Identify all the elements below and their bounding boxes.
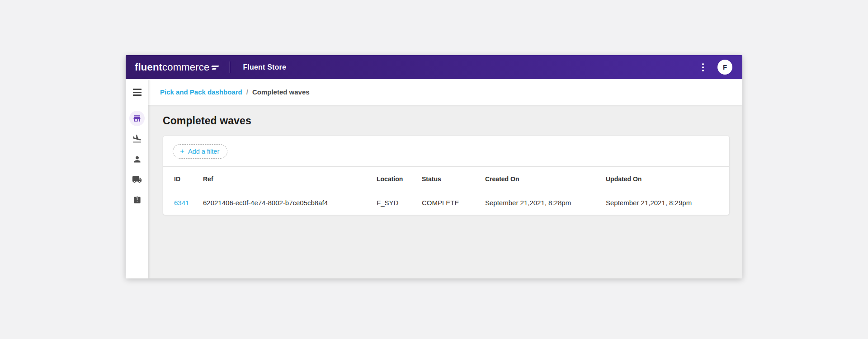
fluentcommerce-logo-mark-icon <box>212 64 220 71</box>
breadcrumb-bar: Pick and Pack dashboard / Completed wave… <box>148 79 742 105</box>
truck-icon <box>132 174 142 184</box>
sidebar-item-flight[interactable] <box>129 131 145 146</box>
plus-icon: + <box>180 147 184 155</box>
wave-created-on: September 21,2021, 8:28pm <box>485 199 606 207</box>
wave-location: F_SYD <box>377 199 422 207</box>
header-divider <box>230 61 230 73</box>
column-header-status: Status <box>422 175 485 183</box>
breadcrumb-parent-link[interactable]: Pick and Pack dashboard <box>160 88 242 96</box>
column-header-location: Location <box>377 175 422 183</box>
page-title: Completed waves <box>163 115 730 127</box>
logo-text-regular: commerce <box>162 61 209 73</box>
user-avatar[interactable]: F <box>717 60 732 75</box>
person-icon <box>132 155 142 164</box>
menu-hamburger-icon[interactable] <box>131 87 143 98</box>
content-area: Completed waves + Add a filter ID Ref Lo… <box>148 105 742 278</box>
inventory-alert-icon <box>133 196 142 204</box>
sidebar <box>126 79 148 278</box>
sidebar-item-inventory[interactable] <box>129 192 145 207</box>
table-header-row: ID Ref Location Status Created On Update… <box>163 166 729 191</box>
breadcrumb-separator: / <box>246 88 248 96</box>
completed-waves-card: + Add a filter ID Ref Location Status Cr… <box>163 136 730 215</box>
wave-id-link[interactable]: 6341 <box>174 199 189 207</box>
column-header-id: ID <box>163 175 203 183</box>
logo-text-bold: fluent <box>135 61 162 73</box>
breadcrumb-current: Completed waves <box>252 88 310 96</box>
app-title: Fluent Store <box>243 63 286 71</box>
sidebar-item-shipping[interactable] <box>129 172 145 187</box>
app-window: fluentcommerce Fluent Store F <box>126 55 742 278</box>
column-header-created: Created On <box>485 175 606 183</box>
wave-ref: 62021406-ec0f-4e74-8002-b7ce05cb8af4 <box>203 199 377 207</box>
sidebar-item-store[interactable] <box>129 111 145 126</box>
sidebar-item-user[interactable] <box>129 151 145 167</box>
add-filter-label: Add a filter <box>188 148 219 155</box>
wave-updated-on: September 21,2021, 8:29pm <box>606 199 729 207</box>
column-header-ref: Ref <box>203 175 377 183</box>
overflow-menu-icon[interactable] <box>698 61 708 74</box>
table-row: 6341 62021406-ec0f-4e74-8002-b7ce05cb8af… <box>163 191 729 215</box>
flight-land-icon <box>132 134 142 144</box>
app-header: fluentcommerce Fluent Store F <box>126 55 742 79</box>
column-header-updated: Updated On <box>606 175 729 183</box>
add-filter-button[interactable]: + Add a filter <box>173 144 227 159</box>
storefront-icon <box>132 114 142 123</box>
wave-status: COMPLETE <box>422 199 485 207</box>
fluentcommerce-logo: fluentcommerce <box>135 61 220 73</box>
